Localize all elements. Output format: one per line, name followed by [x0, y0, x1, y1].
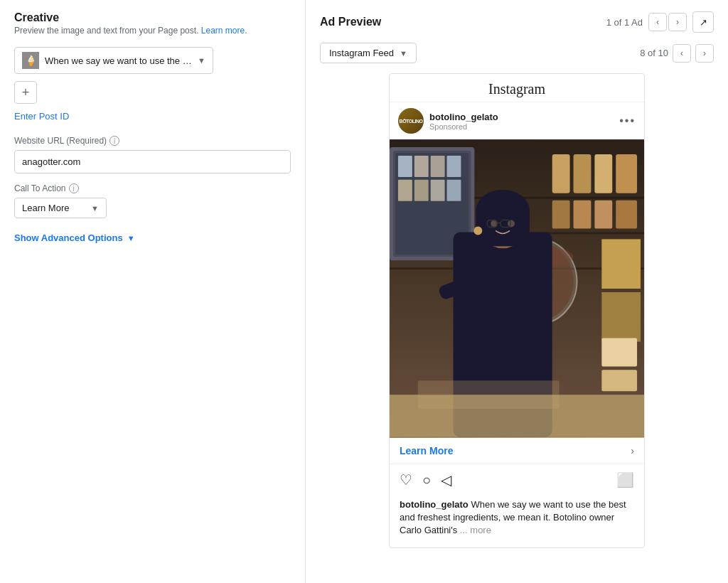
- website-url-label: Website URL (Required) i: [14, 136, 291, 146]
- svg-rect-18: [398, 156, 412, 177]
- ad-preview-controls: 1 of 1 Ad ‹ › ↗: [606, 11, 714, 33]
- like-icon[interactable]: ♡: [400, 473, 412, 487]
- learn-more-cta[interactable]: Learn More: [400, 445, 453, 456]
- instagram-caption: botolino_gelato When we say we want to u…: [390, 496, 644, 547]
- svg-rect-42: [601, 292, 641, 342]
- more-options-icon[interactable]: •••: [619, 114, 636, 127]
- caption-username: botolino_gelato: [400, 499, 469, 510]
- svg-rect-22: [398, 180, 412, 201]
- website-url-info-icon[interactable]: i: [109, 136, 119, 146]
- ad-preview-header: Ad Preview 1 of 1 Ad ‹ › ↗: [320, 11, 714, 33]
- instagram-header: Instagram: [390, 74, 644, 102]
- instagram-actions-bar: ♡ ○ ◁ ⬜: [390, 464, 644, 496]
- share-icon[interactable]: ◁: [441, 473, 451, 487]
- ad-prev-button[interactable]: ‹: [648, 13, 667, 31]
- action-icons-left: ♡ ○ ◁: [400, 473, 451, 487]
- cta-info-icon[interactable]: i: [69, 183, 79, 193]
- show-advanced-label: Show Advanced Options: [14, 232, 123, 243]
- cta-label: Call To Action i: [14, 183, 291, 193]
- avatar: BŌTOLINO: [398, 108, 424, 134]
- cta-dropdown-arrow-icon: ▼: [91, 204, 99, 213]
- account-name: botolino_gelato: [429, 112, 498, 122]
- account-sponsored: Sponsored: [429, 122, 498, 131]
- ad-preview-title: Ad Preview: [320, 16, 381, 28]
- bookmark-icon[interactable]: ⬜: [616, 471, 634, 488]
- panel-title: Creative: [14, 11, 291, 24]
- svg-rect-8: [574, 154, 592, 193]
- svg-rect-11: [552, 200, 570, 229]
- svg-rect-45: [601, 338, 637, 367]
- post-selector-text: When we say we want to use the best a...: [45, 55, 193, 66]
- account-details: botolino_gelato Sponsored: [429, 112, 498, 131]
- post-thumbnail: 🍦: [22, 52, 39, 69]
- placement-count: 8 of 10 ‹ ›: [640, 44, 714, 63]
- caption-more[interactable]: ... more: [460, 525, 491, 535]
- post-selector[interactable]: 🍦 When we say we want to use the best a.…: [14, 47, 213, 74]
- plus-icon: +: [22, 85, 30, 100]
- expand-icon: ↗: [700, 17, 707, 28]
- enter-post-id-link[interactable]: Enter Post ID: [14, 111, 291, 122]
- svg-rect-44: [390, 395, 644, 437]
- instagram-logo: Instagram: [488, 81, 545, 97]
- placement-selector[interactable]: Instagram Feed ▼: [320, 43, 417, 63]
- learn-more-link[interactable]: Learn more.: [201, 26, 247, 36]
- right-panel: Ad Preview 1 of 1 Ad ‹ › ↗ Instagram Fee…: [306, 0, 728, 583]
- svg-rect-23: [414, 180, 429, 201]
- ad-next-button[interactable]: ›: [668, 13, 687, 31]
- placement-next-button[interactable]: ›: [695, 44, 714, 63]
- svg-rect-46: [601, 370, 637, 391]
- svg-rect-24: [431, 180, 445, 201]
- instagram-learn-more-bar: Learn More ›: [390, 438, 644, 464]
- svg-point-34: [508, 220, 515, 228]
- svg-rect-13: [594, 200, 612, 229]
- show-advanced-options[interactable]: Show Advanced Options ▼: [14, 232, 291, 243]
- svg-rect-25: [447, 180, 461, 201]
- svg-rect-7: [552, 154, 570, 193]
- svg-rect-41: [601, 239, 641, 289]
- svg-rect-20: [431, 156, 445, 177]
- placement-label: Instagram Feed: [329, 48, 394, 58]
- website-url-input[interactable]: [14, 150, 291, 173]
- placement-prev-button[interactable]: ‹: [673, 44, 691, 63]
- panel-subtitle: Preview the image and text from your Pag…: [14, 26, 291, 36]
- show-advanced-arrow-icon: ▼: [127, 234, 135, 242]
- svg-text:🍦: 🍦: [25, 55, 38, 67]
- instagram-preview-card: Instagram BŌTOLINO botolino_gelato Spons…: [389, 73, 645, 548]
- expand-button[interactable]: ↗: [692, 11, 714, 33]
- placement-arrow-icon: ▼: [400, 49, 407, 58]
- svg-rect-12: [574, 200, 592, 229]
- post-image-svg: [390, 139, 644, 438]
- account-info: BŌTOLINO botolino_gelato Sponsored: [398, 108, 498, 134]
- learn-more-chevron-icon: ›: [631, 445, 634, 456]
- ad-nav-arrows: ‹ ›: [648, 13, 687, 31]
- svg-point-40: [473, 226, 482, 235]
- instagram-post-image: [390, 139, 644, 438]
- left-panel: Creative Preview the image and text from…: [0, 0, 306, 583]
- svg-rect-14: [616, 200, 637, 229]
- svg-rect-9: [594, 154, 612, 193]
- svg-rect-19: [414, 156, 429, 177]
- post-selector-arrow-icon: ▼: [198, 56, 205, 65]
- ad-count: 1 of 1 Ad: [606, 17, 643, 28]
- cta-dropdown[interactable]: Learn More ▼: [14, 198, 107, 218]
- svg-rect-21: [447, 156, 461, 177]
- instagram-account-row: BŌTOLINO botolino_gelato Sponsored •••: [390, 102, 644, 139]
- add-post-button[interactable]: +: [14, 81, 37, 104]
- cta-dropdown-text: Learn More: [22, 203, 87, 213]
- comment-icon[interactable]: ○: [422, 473, 431, 487]
- svg-rect-32: [476, 211, 530, 247]
- placement-bar: Instagram Feed ▼ 8 of 10 ‹ ›: [320, 43, 714, 63]
- svg-rect-10: [616, 154, 637, 193]
